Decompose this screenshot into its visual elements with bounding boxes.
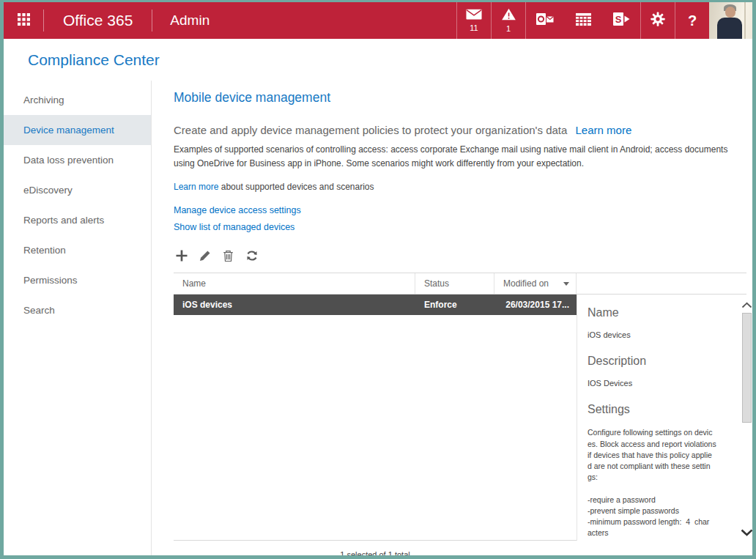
mail-count-badge: 11 xyxy=(470,24,478,32)
calendar-icon xyxy=(575,12,592,29)
avatar-background xyxy=(744,2,746,39)
sidebar-item-search[interactable]: Search xyxy=(4,295,151,325)
column-header-modified-on[interactable]: Modified on xyxy=(494,273,577,294)
refresh-icon xyxy=(245,249,259,265)
row-cell-name: iOS devices xyxy=(174,300,415,310)
sidebar-item-retention[interactable]: Retention xyxy=(4,235,151,265)
learn-more-line: Learn more about supported devices and s… xyxy=(174,182,746,192)
column-header-empty xyxy=(577,273,746,294)
app-launcher-button[interactable] xyxy=(4,2,43,39)
row-cell-modified: 26/03/2015 17... xyxy=(494,300,577,310)
refresh-button[interactable] xyxy=(244,249,259,264)
pencil-icon xyxy=(199,249,212,265)
waffle-grid-icon xyxy=(18,13,30,29)
policy-toolbar xyxy=(174,249,746,264)
calendar-button[interactable] xyxy=(564,2,602,39)
main-content: Mobile device management Create and appl… xyxy=(152,81,752,555)
details-name-label: Name xyxy=(588,306,733,319)
sidebar-item-permissions[interactable]: Permissions xyxy=(4,265,151,295)
details-description-value: IOS Devices xyxy=(588,379,733,388)
sidebar-nav: Archiving Device management Data loss pr… xyxy=(4,81,152,555)
sharepoint-icon: S xyxy=(612,11,631,30)
scrollbar-thumb[interactable] xyxy=(742,313,752,423)
page-body: Archiving Device management Data loss pr… xyxy=(4,81,752,555)
details-description-label: Description xyxy=(588,355,733,368)
topbar: Office 365 Admin 11 1 xyxy=(4,2,752,39)
scenario-description: Examples of supported scenarios of contr… xyxy=(174,143,746,171)
sidebar-item-ediscovery[interactable]: eDiscovery xyxy=(4,175,151,205)
column-header-modified-on-label: Modified on xyxy=(503,278,549,289)
policy-list: iOS devices Enforce 26/03/2015 17... xyxy=(174,295,577,541)
sidebar-item-archiving[interactable]: Archiving xyxy=(4,85,151,115)
brand-title[interactable]: Office 365 xyxy=(44,2,152,39)
topbar-spacer xyxy=(227,2,456,39)
plus-icon xyxy=(175,249,188,265)
details-name-value: iOS devices xyxy=(588,330,733,339)
page-title: Compliance Center xyxy=(28,51,160,69)
table-row-ios-devices[interactable]: iOS devices Enforce 26/03/2015 17... xyxy=(174,295,577,315)
admin-section-title[interactable]: Admin xyxy=(152,2,227,39)
subtitle-learn-more-link[interactable]: Learn more xyxy=(576,124,632,136)
learn-more-link[interactable]: Learn more xyxy=(174,182,218,192)
manage-device-access-settings-link[interactable]: Manage device access settings xyxy=(174,205,746,215)
details-scrollbar[interactable] xyxy=(740,302,753,536)
trash-icon xyxy=(222,249,234,265)
page-header: Compliance Center xyxy=(4,39,752,81)
selection-status-text: 1 selected of 1 total xyxy=(174,550,577,559)
outlook-icon xyxy=(536,11,555,30)
outlook-button[interactable] xyxy=(526,2,564,39)
delete-policy-button[interactable] xyxy=(220,249,236,264)
sidebar-item-data-loss-prevention[interactable]: Data loss prevention xyxy=(4,145,151,175)
help-button[interactable]: ? xyxy=(675,2,709,39)
learn-more-rest: about supported devices and scenarios xyxy=(218,182,374,192)
app-shortcuts-group: S xyxy=(525,2,640,39)
show-managed-devices-link[interactable]: Show list of managed devices xyxy=(174,222,746,232)
avatar-body xyxy=(717,18,742,39)
details-panel: Name iOS devices Description IOS Devices… xyxy=(577,295,755,541)
grid-body: iOS devices Enforce 26/03/2015 17... Nam… xyxy=(174,295,746,541)
sidebar-item-device-management[interactable]: Device management xyxy=(4,115,151,145)
alerts-button[interactable]: 1 xyxy=(491,2,525,39)
column-header-status[interactable]: Status xyxy=(415,273,494,294)
column-header-name[interactable]: Name xyxy=(174,273,415,294)
section-title: Mobile device management xyxy=(174,90,746,105)
row-cell-status: Enforce xyxy=(415,300,494,310)
gear-icon xyxy=(650,11,666,30)
settings-button[interactable] xyxy=(640,2,675,39)
details-settings-label: Settings xyxy=(588,403,733,416)
avatar-head xyxy=(725,7,735,18)
dropdown-arrow-icon[interactable] xyxy=(563,282,569,286)
subtitle-text: Create and apply device management polic… xyxy=(174,124,567,136)
question-mark-icon: ? xyxy=(688,12,697,29)
chevron-down-icon[interactable] xyxy=(741,529,753,536)
sidebar-item-reports-and-alerts[interactable]: Reports and alerts xyxy=(4,205,151,235)
add-policy-button[interactable] xyxy=(174,249,189,264)
svg-text:S: S xyxy=(615,14,622,25)
alert-count-badge: 1 xyxy=(506,25,511,33)
grid-header: Name Status Modified on xyxy=(174,273,746,295)
mail-button[interactable]: 11 xyxy=(456,2,491,39)
edit-policy-button[interactable] xyxy=(197,249,212,264)
details-settings-text: Configure following settings on devic es… xyxy=(588,427,733,538)
warning-triangle-icon xyxy=(501,8,516,23)
envelope-icon xyxy=(466,9,482,23)
section-subtitle: Create and apply device management polic… xyxy=(174,124,746,136)
chevron-up-icon[interactable] xyxy=(741,302,752,308)
sharepoint-button[interactable]: S xyxy=(602,2,640,39)
app-window: Office 365 Admin 11 1 xyxy=(0,0,756,559)
policy-grid: Name Status Modified on iOS devices Enfo… xyxy=(174,273,746,541)
user-avatar[interactable] xyxy=(709,2,752,39)
